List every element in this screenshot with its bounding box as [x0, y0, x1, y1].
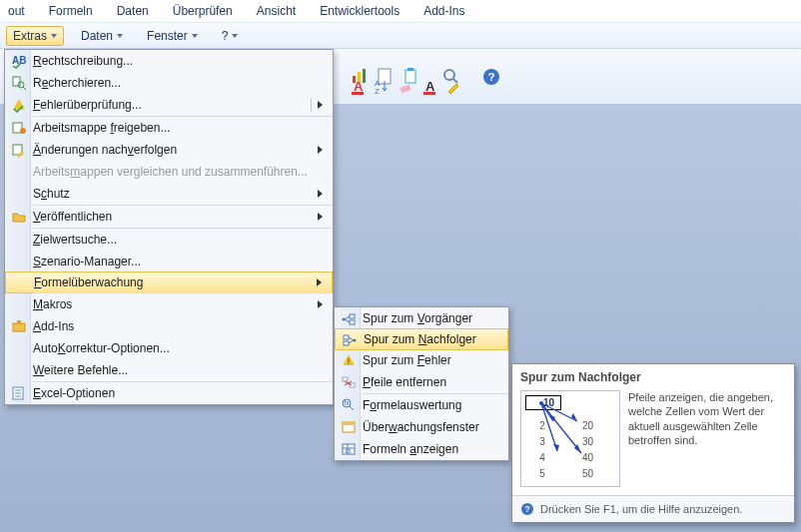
menu-item-zielwertsuche[interactable]: Zielwertsuche...: [5, 229, 333, 251]
svg-rect-51: [343, 422, 355, 425]
menu-label: Spur zum Nachfolger: [364, 332, 507, 346]
share-icon: [5, 120, 33, 136]
submenu-arrow-icon: [318, 213, 323, 221]
menu-label: Spur zum Vorgänger: [363, 311, 508, 325]
remove-arrows-icon: [335, 374, 363, 390]
svg-rect-31: [350, 314, 355, 318]
tab-formeln[interactable]: Formeln: [49, 4, 93, 18]
menu-item-ueberwachungsfenster[interactable]: Überwachungsfenster: [335, 416, 508, 438]
tab-addins[interactable]: Add-Ins: [423, 4, 464, 18]
menu-label: Add-Ins: [33, 319, 333, 333]
menu-item-schutz[interactable]: Schutz: [5, 183, 333, 205]
text-color-icon[interactable]: A: [421, 78, 439, 96]
menu-item-formeln-anzeigen[interactable]: 15 Formeln anzeigen: [335, 438, 508, 460]
tooltip-text: Pfeile anzeigen, die angeben, welche Zel…: [628, 390, 786, 487]
menu-item-arbeitsmappen-vergleichen: Arbeitsmappen vergleichen und zusammenfü…: [5, 161, 333, 183]
svg-line-20: [23, 87, 26, 90]
addins-icon: [5, 318, 33, 334]
menu-label: Überwachungsfenster: [363, 420, 508, 434]
watch-window-icon: [335, 419, 363, 435]
menu-item-formelueberwachung[interactable]: Formelüberwachung: [5, 271, 333, 293]
tab-daten[interactable]: Daten: [117, 4, 149, 18]
tab-ansicht[interactable]: Ansicht: [257, 4, 296, 18]
tooltip-illustration: 10 220 330 440 550: [520, 390, 620, 487]
error-check-icon: [5, 97, 33, 113]
menu-item-veroeffentlichen[interactable]: Veröffentlichen: [5, 206, 333, 228]
menu-label: Formeln anzeigen: [363, 442, 508, 456]
menu-label: Makros: [33, 297, 318, 311]
menu-label: Formelauswertung: [363, 398, 508, 412]
research-icon: [5, 75, 33, 91]
menu-label: Szenario-Manager...: [33, 255, 333, 268]
tooltip-title: Spur zum Nachfolger: [512, 364, 794, 386]
menu-label: Arbeitsmappen vergleichen und zusammenfü…: [33, 165, 333, 179]
menu-item-arbeitsmappe-freigeben[interactable]: Arbeitsmappe freigeben...: [5, 117, 333, 139]
sort-icon[interactable]: AZ: [374, 78, 392, 96]
svg-rect-18: [13, 77, 20, 86]
menu-label: Weitere Befehle...: [33, 363, 333, 377]
svg-rect-14: [400, 84, 410, 93]
svg-line-35: [345, 319, 350, 322]
eraser-icon[interactable]: [398, 78, 415, 96]
svg-text:fx: fx: [344, 399, 350, 406]
menu-item-formelauswertung[interactable]: fx Formelauswertung: [335, 394, 508, 416]
menu-item-fehlerueberpruefung[interactable]: Fehlerüberprüfung...: [5, 94, 333, 116]
menu-label: Formelüberwachung: [34, 275, 317, 289]
tooltip-footer: ? Drücken Sie F1, um die Hilfe anzuzeige…: [512, 495, 794, 522]
svg-rect-5: [407, 68, 413, 71]
chevron-down-icon: [117, 34, 123, 38]
menu-item-excel-optionen[interactable]: Excel-Optionen: [5, 382, 333, 404]
pencil-icon[interactable]: [445, 78, 463, 96]
svg-line-40: [349, 340, 354, 343]
menu-item-szenario-manager[interactable]: Szenario-Manager...: [5, 251, 333, 272]
folder-icon: [5, 209, 33, 225]
evaluate-formula-icon: fx: [335, 397, 363, 413]
help-icon[interactable]: ?: [481, 67, 501, 87]
daten-menu-button[interactable]: Daten: [74, 26, 130, 46]
options-icon: [5, 385, 33, 401]
svg-text:A: A: [354, 79, 364, 94]
svg-rect-37: [344, 341, 349, 345]
svg-rect-11: [352, 92, 364, 95]
menu-item-spur-nachfolger[interactable]: Spur zum Nachfolger: [335, 328, 508, 350]
menu-item-makros[interactable]: Makros: [5, 293, 333, 315]
formelueberwachung-submenu: Spur zum Vorgänger Spur zum Nachfolger !…: [334, 306, 509, 461]
menu-label: Änderungen nachverfolgen: [33, 143, 318, 157]
menu-label: Veröffentlichen: [33, 210, 318, 224]
submenu-arrow-icon: [317, 278, 322, 286]
menu-item-spur-fehler[interactable]: ! Spur zum Fehler: [335, 349, 508, 371]
svg-point-23: [20, 128, 26, 134]
submenu-arrow-icon: [318, 190, 323, 198]
menu-item-pfeile-entfernen[interactable]: Pfeile entfernen: [335, 371, 508, 393]
tab-layout[interactable]: out: [8, 4, 25, 18]
menu-item-spur-vorgaenger[interactable]: Spur zum Vorgänger: [335, 307, 508, 329]
svg-rect-16: [423, 92, 435, 95]
menu-item-addins[interactable]: Add-Ins: [5, 315, 333, 337]
menu-item-autokorrektur[interactable]: AutoKorrektur-Optionen...: [5, 337, 333, 359]
menu-label: AutoKorrektur-Optionen...: [33, 341, 333, 355]
menu-label: Excel-Optionen: [33, 386, 333, 400]
menu-item-weitere-befehle[interactable]: Weitere Befehle...: [5, 359, 333, 381]
tab-ueberpruefen[interactable]: Überprüfen: [173, 4, 233, 18]
show-formulas-icon: 15: [335, 441, 363, 457]
help-icon: ?: [520, 502, 534, 516]
font-color-icon[interactable]: A: [350, 78, 368, 96]
menu-item-recherchieren[interactable]: Recherchieren...: [5, 72, 333, 94]
svg-rect-26: [17, 320, 21, 324]
svg-text:A: A: [425, 79, 435, 94]
menu-label: Recherchieren...: [33, 76, 333, 90]
chevron-down-icon: [192, 34, 198, 38]
svg-text:?: ?: [524, 504, 530, 514]
menu-label: Fehlerüberprüfung...: [33, 98, 311, 112]
svg-text:Z: Z: [375, 87, 380, 96]
chevron-down-icon: [232, 34, 238, 38]
extras-menu-button[interactable]: Extras: [6, 26, 64, 46]
menu-label: Arbeitsmappe freigeben...: [33, 121, 333, 135]
help-menu-button[interactable]: ?: [215, 26, 246, 46]
svg-line-48: [350, 406, 354, 410]
tab-entwicklertools[interactable]: Entwicklertools: [320, 4, 400, 18]
tooltip-spur-nachfolger: Spur zum Nachfolger 10 220 330 440 550 P…: [511, 363, 795, 523]
fenster-menu-button[interactable]: Fenster: [140, 26, 205, 46]
menu-item-rechtschreibung[interactable]: ABC Rechtschreibung...: [5, 50, 333, 72]
menu-item-aenderungen-nachverfolgen[interactable]: Änderungen nachverfolgen: [5, 139, 333, 161]
